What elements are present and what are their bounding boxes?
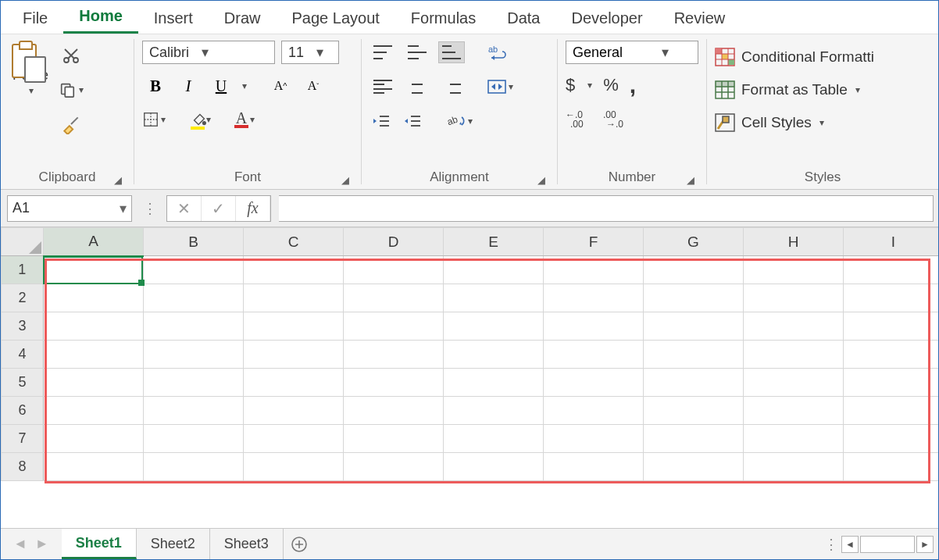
font-name-combo[interactable]: Calibri▾ <box>142 41 275 64</box>
cell-E6[interactable] <box>444 397 544 425</box>
cut-button[interactable] <box>59 44 84 67</box>
cell-E3[interactable] <box>444 312 544 341</box>
cell-H3[interactable] <box>744 312 844 341</box>
currency-dropdown[interactable]: ▾ <box>587 80 592 91</box>
align-middle-button[interactable] <box>404 41 430 63</box>
cell-F1[interactable] <box>544 256 644 284</box>
name-box[interactable]: A1▾ <box>7 195 132 222</box>
row-header-2[interactable]: 2 <box>2 284 44 312</box>
col-header-F[interactable]: F <box>544 228 644 256</box>
name-box-resize[interactable]: ⋮ <box>140 200 159 217</box>
cell-D5[interactable] <box>344 369 444 397</box>
cell-E7[interactable] <box>444 425 544 453</box>
cell-I7[interactable] <box>844 425 939 453</box>
format-as-table-button[interactable]: Format as Table▾ <box>715 77 930 103</box>
merge-center-button[interactable]: ▾ <box>487 75 513 98</box>
cell-B8[interactable] <box>144 453 244 481</box>
fill-color-button[interactable]: ▾ <box>189 108 212 131</box>
col-header-I[interactable]: I <box>844 228 939 256</box>
row-header-6[interactable]: 6 <box>2 397 44 425</box>
clipboard-dialog-launcher[interactable]: ◢ <box>112 173 124 186</box>
cell-styles-button[interactable]: Cell Styles▾ <box>715 109 930 136</box>
cell-D1[interactable] <box>344 256 444 284</box>
cell-F7[interactable] <box>544 425 644 453</box>
cell-C7[interactable] <box>244 425 344 453</box>
alignment-dialog-launcher[interactable]: ◢ <box>535 173 548 186</box>
cell-G1[interactable] <box>644 256 744 284</box>
cell-B7[interactable] <box>144 425 244 453</box>
cell-C6[interactable] <box>244 397 344 425</box>
cell-G8[interactable] <box>644 453 744 481</box>
paste-icon[interactable] <box>12 42 49 66</box>
cell-C2[interactable] <box>244 284 344 312</box>
cell-I8[interactable] <box>844 453 939 481</box>
cell-D8[interactable] <box>344 453 444 481</box>
cell-A1[interactable] <box>44 256 144 284</box>
cell-E8[interactable] <box>444 453 544 481</box>
cell-D2[interactable] <box>344 284 444 312</box>
row-header-5[interactable]: 5 <box>2 369 44 397</box>
tab-data[interactable]: Data <box>491 5 555 34</box>
align-left-button[interactable] <box>370 76 396 98</box>
cell-G7[interactable] <box>644 425 744 453</box>
underline-dropdown[interactable]: ▾ <box>242 80 247 91</box>
tab-draw[interactable]: Draw <box>209 5 277 34</box>
increase-indent-button[interactable] <box>401 109 424 133</box>
font-dialog-launcher[interactable]: ◢ <box>339 173 352 186</box>
select-all-corner[interactable] <box>2 228 44 256</box>
cell-I4[interactable] <box>844 341 939 369</box>
sheet-nav-next[interactable]: ► <box>35 536 49 552</box>
cell-E4[interactable] <box>444 341 544 369</box>
orientation-button[interactable]: ab ▾ <box>448 109 473 133</box>
cell-A2[interactable] <box>44 284 144 312</box>
cell-D4[interactable] <box>344 341 444 369</box>
cell-B1[interactable] <box>144 256 244 284</box>
tab-file[interactable]: File <box>7 5 63 34</box>
number-format-combo[interactable]: General▾ <box>566 41 698 64</box>
tab-home[interactable]: Home <box>63 3 138 34</box>
tab-formulas[interactable]: Formulas <box>395 5 491 34</box>
cell-A4[interactable] <box>44 341 144 369</box>
scroll-split-handle[interactable]: ⋮ <box>821 536 840 553</box>
formula-input[interactable] <box>279 195 934 222</box>
decrease-indent-button[interactable] <box>370 109 393 133</box>
cell-C1[interactable] <box>244 256 344 284</box>
cell-A6[interactable] <box>44 397 144 425</box>
increase-font-button[interactable]: A^ <box>267 73 294 98</box>
number-dialog-launcher[interactable]: ◢ <box>684 173 697 186</box>
sheet-nav-prev[interactable]: ◄ <box>13 536 27 552</box>
cell-G2[interactable] <box>644 284 744 312</box>
cell-A7[interactable] <box>44 425 144 453</box>
scroll-track[interactable] <box>860 536 915 553</box>
cell-F2[interactable] <box>544 284 644 312</box>
cell-F5[interactable] <box>544 369 644 397</box>
cell-B2[interactable] <box>144 284 244 312</box>
horizontal-scrollbar[interactable]: ⋮ ◄ ► <box>821 536 938 553</box>
align-right-button[interactable] <box>438 76 465 98</box>
sheet-tab-3[interactable]: Sheet3 <box>210 529 284 559</box>
row-header-4[interactable]: 4 <box>2 341 44 369</box>
copy-button[interactable]: ▾ <box>59 78 84 102</box>
cell-G5[interactable] <box>644 369 744 397</box>
cell-I2[interactable] <box>844 284 939 312</box>
sheet-tab-2[interactable]: Sheet2 <box>137 529 210 559</box>
cell-B3[interactable] <box>144 312 244 341</box>
insert-function-button[interactable]: fx <box>236 196 270 221</box>
paste-dropdown[interactable]: ▾ <box>29 85 34 96</box>
increase-decimal-button[interactable]: ←.0.00 <box>566 106 589 130</box>
cell-F6[interactable] <box>544 397 644 425</box>
font-size-combo[interactable]: 11▾ <box>281 41 339 64</box>
cell-H8[interactable] <box>744 453 844 481</box>
cell-B6[interactable] <box>144 397 244 425</box>
col-header-A[interactable]: A <box>44 228 144 256</box>
comma-button[interactable]: , <box>630 82 636 88</box>
cell-D3[interactable] <box>344 312 444 341</box>
format-painter-button[interactable] <box>59 112 84 136</box>
cell-I1[interactable] <box>844 256 939 284</box>
cell-D6[interactable] <box>344 397 444 425</box>
cell-G4[interactable] <box>644 341 744 369</box>
cell-A8[interactable] <box>44 453 144 481</box>
cell-H7[interactable] <box>744 425 844 453</box>
col-header-G[interactable]: G <box>644 228 744 256</box>
cell-F3[interactable] <box>544 312 644 341</box>
